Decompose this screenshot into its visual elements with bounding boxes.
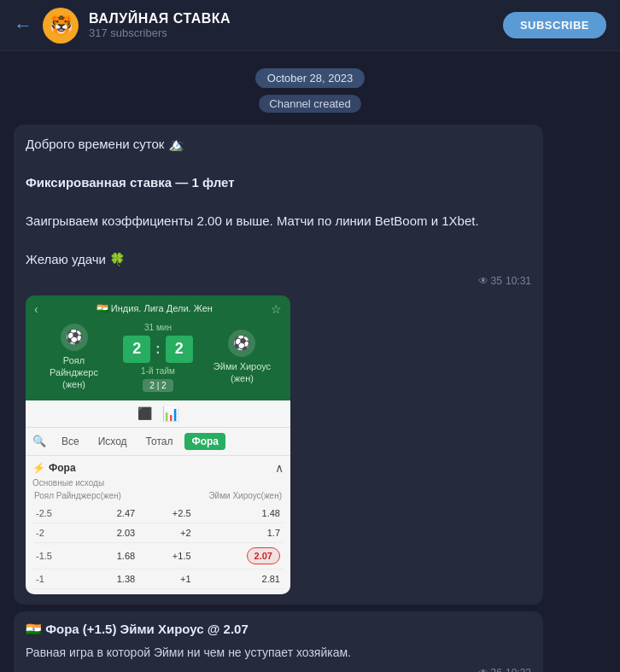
- fora-collapse-icon[interactable]: ∧: [275, 461, 284, 475]
- fora-section: ⚡ Фора ∧ Основные исходы Роял Райнджерс(…: [26, 456, 290, 594]
- odd-right-2[interactable]: 1.7: [195, 523, 284, 542]
- system-message: Channel created: [14, 95, 606, 113]
- score-center: 31 мин 2 : 2 1-й тайм 2 | 2: [123, 323, 192, 392]
- score-left: 2: [123, 336, 150, 363]
- odd-left-4[interactable]: 1.38: [83, 569, 138, 588]
- table-row: -1 1.38 +1 2.81: [32, 569, 284, 588]
- message-1-views: 👁 35: [478, 275, 502, 287]
- handicap-left-2: -2: [32, 523, 83, 542]
- score-right: 2: [166, 336, 193, 363]
- betting-tabs-bar: 🔍 Все Исход Тотал Фора: [26, 428, 290, 456]
- table-row: -2.5 2.47 +2.5 1.48: [32, 504, 284, 523]
- score-time: 31 мин: [144, 323, 172, 332]
- tab-outcome[interactable]: Исход: [91, 433, 134, 450]
- date-badge: October 28, 2023: [14, 68, 606, 88]
- team-left-name: Роял Райнджерс (жен): [38, 354, 110, 391]
- channel-avatar: 🐯: [43, 8, 79, 44]
- message-1-footer: 👁 35 10:31: [26, 275, 531, 287]
- tab-all[interactable]: Все: [55, 433, 86, 450]
- eye-icon: 👁: [478, 275, 488, 287]
- score-numbers: 2 : 2: [123, 336, 192, 363]
- fora-header: ⚡ Фора ∧: [32, 461, 284, 475]
- table-row: -2 2.03 +2 1.7: [32, 523, 284, 542]
- handicap-left-1: -2.5: [32, 504, 83, 523]
- score-separator: :: [155, 342, 160, 357]
- handicap-right-4: +1: [138, 569, 194, 588]
- team-right-name: Эйми Хироус (жен): [206, 360, 278, 385]
- handicap-right-2: +2: [138, 523, 194, 542]
- handicap-left-3: -1.5: [32, 542, 83, 569]
- message-1: Доброго времени суток 🏔️ Фиксированная с…: [14, 125, 543, 605]
- subscriber-count: 317 subscribers: [89, 26, 503, 39]
- back-button[interactable]: ←: [14, 15, 32, 37]
- message-1-text: Доброго времени суток 🏔️ Фиксированная с…: [26, 135, 531, 270]
- table-row: -1.5 1.68 +1.5 2.07: [32, 542, 284, 569]
- message-2-views: 👁 36: [478, 667, 502, 672]
- score-main: ⚽ Роял Райнджерс (жен) 31 мин 2 : 2 1-й …: [34, 323, 282, 392]
- score-header: ‹ 🇮🇳 Индия. Лига Дели. Жен ☆: [34, 302, 282, 316]
- odd-left-3[interactable]: 1.68: [83, 542, 138, 569]
- channel-title: ВАЛУЙНАЯ СТАВКА: [89, 11, 503, 26]
- team-left: ⚽ Роял Райнджерс (жен): [38, 324, 110, 391]
- fora-icon: ⚡: [32, 462, 45, 474]
- handicap-right-3: +1.5: [138, 542, 194, 569]
- score-widget: ‹ 🇮🇳 Индия. Лига Дели. Жен ☆ ⚽ Роял Райн…: [26, 295, 290, 400]
- odd-right-4[interactable]: 2.81: [195, 569, 284, 588]
- odd-right-1[interactable]: 1.48: [195, 504, 284, 523]
- fora-table: -2.5 2.47 +2.5 1.48 -2 2.03 +2 1.7 -: [32, 504, 284, 589]
- message-2-time: 10:32: [506, 667, 531, 672]
- handicap-left-4: -1: [32, 569, 83, 588]
- eye-icon-2: 👁: [478, 667, 488, 672]
- fora-subheader: Роял Райнджерс(жен) Эйми Хироус(жен): [32, 491, 284, 500]
- message-2-text2: Равная игра в которой Эйми ни чем не уст…: [26, 644, 531, 662]
- handicap-right-1: +2.5: [138, 504, 194, 523]
- message-1-time: 10:31: [506, 275, 531, 287]
- avatar-icon: 🐯: [50, 15, 73, 37]
- message-2-text1: 🇮🇳 Фора (+1.5) Эйми Хироус @ 2.07: [26, 620, 531, 640]
- bet-icon-1[interactable]: ⬛: [137, 406, 152, 420]
- message-2-footer: 👁 36 10:32: [26, 667, 531, 672]
- channel-info: ВАЛУЙНАЯ СТАВКА 317 subscribers: [89, 11, 503, 39]
- tab-fora[interactable]: Фора: [184, 433, 225, 450]
- subscribe-button[interactable]: SUBSCRIBE: [503, 12, 606, 38]
- score-screenshot: ‹ 🇮🇳 Индия. Лига Дели. Жен ☆ ⚽ Роял Райн…: [26, 295, 290, 594]
- favorite-icon[interactable]: ☆: [271, 302, 282, 316]
- betting-panel: ⬛ 📊 🔍 Все Исход Тотал Фора ⚡ Ф: [26, 400, 290, 594]
- message-2: 🇮🇳 Фора (+1.5) Эйми Хироус @ 2.07 Равная…: [14, 611, 543, 673]
- odd-left-2[interactable]: 2.03: [83, 523, 138, 542]
- score-period: 1-й тайм: [141, 366, 175, 376]
- bet-icon-2[interactable]: 📊: [162, 406, 179, 422]
- fora-title: ⚡ Фора: [32, 462, 76, 474]
- header: ← 🐯 ВАЛУЙНАЯ СТАВКА 317 subscribers SUBS…: [0, 0, 620, 51]
- league-name: 🇮🇳 Индия. Лига Дели. Жен: [97, 303, 213, 314]
- odd-right-3-highlighted[interactable]: 2.07: [195, 542, 284, 569]
- search-icon[interactable]: 🔍: [32, 435, 46, 447]
- subsection-label: Основные исходы: [32, 478, 284, 488]
- team-right: ⚽ Эйми Хироус (жен): [206, 330, 278, 385]
- score-result: 2 | 2: [143, 379, 173, 392]
- odd-left-1[interactable]: 2.47: [83, 504, 138, 523]
- tab-total[interactable]: Тотал: [139, 433, 180, 450]
- team-right-icon: ⚽: [228, 330, 255, 357]
- score-back-icon[interactable]: ‹: [34, 302, 38, 316]
- chat-area: October 28, 2023 Channel created Доброго…: [0, 51, 620, 672]
- team-left-icon: ⚽: [61, 324, 88, 351]
